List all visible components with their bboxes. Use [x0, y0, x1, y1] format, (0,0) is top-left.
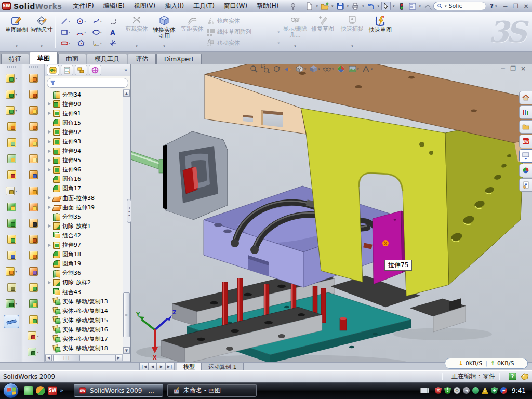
first-study-button[interactable]: ❘◀ — [139, 363, 148, 370]
extruded-boss-button[interactable]: ▾ — [6, 70, 17, 86]
tree-item-分割35[interactable]: 分割35 — [45, 212, 123, 221]
tree-item-实体-移动/复制14[interactable]: 实体-移动/复制14 — [45, 306, 123, 315]
expand-arrow-icon[interactable] — [48, 130, 53, 134]
help-dropdown[interactable]: ▾ — [495, 4, 497, 8]
featuremanager-tree-icon[interactable] — [47, 65, 59, 75]
arc-tool[interactable]: ▾ — [76, 28, 86, 36]
doc-close-button[interactable]: × — [521, 65, 526, 72]
tab-曲面[interactable]: 曲面 — [58, 54, 86, 64]
menu-2[interactable]: 视图(V) — [129, 1, 161, 11]
pen-gesture-icon[interactable] — [423, 2, 432, 10]
tree-item-拉伸97[interactable]: 拉伸97 — [45, 241, 123, 250]
help-icon[interactable]: ? — [490, 3, 494, 10]
menu-4[interactable]: 工具(T) — [189, 1, 219, 11]
revolved-surface-button[interactable] — [29, 86, 38, 102]
tree-item-拉伸90[interactable]: 拉伸90 — [45, 99, 123, 109]
tree-item-实体-移动/复制13[interactable]: 实体-移动/复制13 — [45, 297, 123, 306]
tree-item-圆角17[interactable]: 圆角17 — [45, 184, 123, 193]
tree-item-实体-移动/复制16[interactable]: 实体-移动/复制16 — [45, 325, 123, 334]
trim-entities-button[interactable]: 剪裁实体▾ — [125, 14, 149, 50]
extruded-cut-button[interactable]: ▾ — [6, 86, 17, 102]
tree-item-圆角15[interactable]: 圆角15 — [45, 118, 123, 127]
dimxpertmanager-icon[interactable] — [89, 65, 101, 75]
shell-button[interactable] — [7, 135, 16, 151]
tree-item-实体-移动/复制15[interactable]: 实体-移动/复制15 — [45, 315, 123, 325]
fillet-button[interactable]: ▾ — [6, 102, 17, 118]
minimize-button[interactable]: − — [502, 3, 509, 10]
tree-item-曲面-拉伸38[interactable]: 曲面-拉伸38 — [45, 193, 123, 203]
expand-arrow-icon[interactable] — [48, 244, 53, 247]
delete-body-button[interactable] — [7, 280, 16, 296]
menu-1[interactable]: 编辑(E) — [99, 1, 129, 11]
sketch-button[interactable]: 草图绘制▾ — [4, 14, 29, 50]
polygon-tool[interactable] — [77, 39, 85, 47]
menu-3[interactable]: 插入(I) — [160, 1, 189, 11]
extend-surface-button[interactable] — [29, 167, 38, 183]
annotations-icon[interactable]: ▾ — [362, 64, 373, 73]
appearances-icon[interactable] — [519, 164, 532, 177]
linear-sketch-pattern-button[interactable]: 线性草图阵列▾ — [207, 26, 280, 37]
tree-item-实体-移动/复制18[interactable]: 实体-移动/复制18 — [45, 344, 123, 353]
tab-草图[interactable]: 草图 — [30, 52, 58, 64]
tree-scroll-right-button[interactable]: ▶ — [115, 355, 122, 361]
custom-properties-icon[interactable] — [519, 178, 532, 192]
hide-show-icon[interactable]: ▾ — [323, 64, 334, 73]
select-dropdown[interactable]: ▾ — [393, 4, 395, 8]
draft-button[interactable] — [7, 151, 16, 167]
shield-lightning-icon[interactable]: ! — [444, 387, 451, 394]
reference-point-button[interactable]: ▾ — [28, 328, 38, 344]
smart-dimension-button[interactable]: 智能尺寸▾ — [30, 14, 53, 50]
select-pointer-icon[interactable] — [381, 2, 391, 10]
expand-arrow-icon[interactable] — [48, 281, 53, 284]
new-document-icon-dropdown[interactable]: ▾ — [316, 4, 318, 8]
fillet-sketch-tool[interactable]: ▾ — [92, 39, 102, 47]
mirror-entities-button[interactable]: 镜向实体 — [207, 16, 280, 26]
search-input[interactable]: ▾ Solic — [433, 2, 486, 10]
close-button[interactable]: × — [523, 3, 530, 10]
untrim-surface-button[interactable] — [29, 247, 38, 263]
spline-tool-button[interactable]: ▾ — [28, 344, 38, 360]
design-library-icon[interactable] — [519, 105, 532, 119]
section-view-icon[interactable] — [284, 64, 292, 73]
panel-splitter-handle[interactable]: ◂◂◂ — [127, 199, 131, 223]
tree-item-切除-放样1[interactable]: 切除-放样1 — [45, 221, 123, 231]
quick-snaps-button[interactable]: 快速捕捉▾ — [341, 14, 364, 50]
ellipse-tool[interactable]: ▾ — [92, 28, 102, 36]
text-tool[interactable]: A — [109, 28, 117, 36]
expand-arrow-icon[interactable] — [48, 159, 53, 162]
tree-item-拉伸95[interactable]: 拉伸95 — [45, 156, 123, 165]
tree-item-拉伸92[interactable]: 拉伸92 — [45, 127, 123, 137]
loft-button[interactable] — [7, 118, 16, 135]
doc-minimize-button[interactable]: − — [500, 65, 506, 72]
rib-button[interactable] — [7, 215, 16, 231]
options-list-icon-dropdown[interactable]: ▾ — [419, 4, 421, 8]
circle-tool[interactable]: ▾ — [76, 17, 86, 25]
menu-6[interactable]: 帮助(H) — [252, 1, 283, 11]
view-palette-icon[interactable] — [519, 149, 532, 163]
menu-0[interactable]: 文件(F) — [68, 1, 98, 11]
tab-模具工具[interactable]: 模具工具 — [87, 54, 127, 64]
rectangle-tool[interactable]: ▾ — [60, 28, 70, 36]
tree-item-圆角18[interactable]: 圆角18 — [45, 250, 123, 259]
mirror-button[interactable] — [7, 199, 16, 215]
appearances-icon[interactable] — [337, 64, 345, 73]
taskbar-task-未命名 - 画图[interactable]: 未命名 - 画图 — [167, 384, 257, 397]
messenger-icon[interactable] — [24, 386, 33, 395]
volume-icon[interactable]: ◄ — [463, 387, 470, 394]
expand-arrow-icon[interactable] — [48, 150, 53, 153]
marquee-tool[interactable] — [109, 17, 117, 25]
tree-hscroll-thumb[interactable]: ∣∣∣ — [53, 355, 80, 361]
tree-item-实体-移动/复制17[interactable]: 实体-移动/复制17 — [45, 334, 123, 343]
tree-filter-input[interactable] — [47, 78, 128, 88]
sync-status-icon[interactable]: − — [500, 387, 507, 394]
new-document-icon[interactable] — [304, 2, 314, 10]
surface-sphere-button[interactable] — [29, 312, 38, 328]
configurationmanager-icon[interactable] — [75, 65, 87, 75]
undo-icon[interactable] — [366, 2, 376, 10]
view-orientation-icon[interactable]: ▾ — [295, 64, 307, 73]
network-warning-icon[interactable]: ! — [482, 387, 488, 394]
tab-特征[interactable]: 特征 — [1, 54, 29, 64]
doc-tab-运动算例 1[interactable]: 运动算例 1 — [202, 363, 244, 370]
tree-item-曲面-拉伸39[interactable]: 曲面-拉伸39 — [45, 203, 123, 212]
propertymanager-icon[interactable] — [61, 65, 73, 75]
